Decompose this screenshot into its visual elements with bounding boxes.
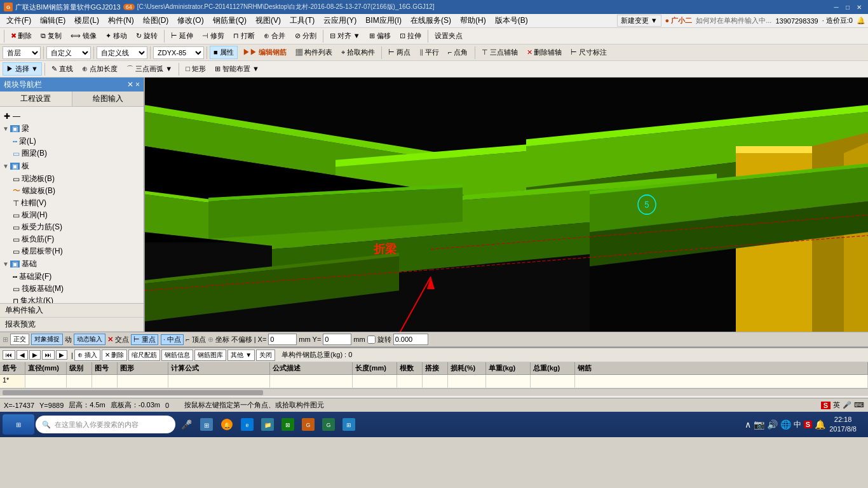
menu-floor[interactable]: 楼层(L): [71, 14, 103, 27]
taskbar-app6[interactable]: G: [299, 414, 318, 435]
viewport[interactable]: 5 X Y: [145, 78, 868, 332]
menu-rebar-qty[interactable]: 钢筋量(Q): [209, 14, 250, 27]
three-arc-btn[interactable]: ⌒ 三点画弧 ▼: [123, 62, 176, 76]
nav-first-btn[interactable]: ⏮: [3, 350, 15, 360]
floor-select[interactable]: 首层: [3, 46, 41, 59]
menu-cloud[interactable]: 云应用(Y): [320, 14, 360, 27]
split-btn[interactable]: ⊘ 分割: [291, 29, 320, 43]
select-btn[interactable]: ▶ 选择 ▼: [3, 62, 42, 76]
dim-label-btn[interactable]: ⊢ 尺寸标注: [567, 46, 611, 59]
pick-component-btn[interactable]: ⌖ 拾取构件: [337, 46, 379, 59]
sidebar-item-col-cap[interactable]: ⊤ 柱帽(V): [0, 197, 144, 209]
menu-help[interactable]: 帮助(H): [456, 14, 490, 27]
taskbar-app4[interactable]: 📁: [258, 414, 277, 435]
midpoint-btn[interactable]: · 中点: [161, 334, 184, 345]
smart-layout-btn[interactable]: ⊞ 智能布置 ▼: [211, 62, 263, 76]
others-btn[interactable]: 其他 ▼: [227, 349, 255, 361]
custom-line-select[interactable]: 自定义线: [97, 46, 147, 59]
del-aux-btn[interactable]: ✕ 删除辅轴: [523, 46, 566, 59]
trim-btn[interactable]: ⊣ 修剪: [198, 29, 228, 43]
move-btn[interactable]: ✦ 移动: [102, 29, 131, 43]
sidebar-section-beam[interactable]: ▼ ▣ 梁: [0, 122, 144, 135]
sidebar-item-raft[interactable]: ▭ 筏板基础(M): [0, 283, 144, 295]
nav-last-btn[interactable]: ⏭: [42, 350, 55, 360]
sidebar-item-spiral-slab[interactable]: 〜 螺旋板(B): [0, 185, 144, 197]
x-input[interactable]: [268, 334, 297, 345]
search-bar[interactable]: 🔍 在这里输入你要搜索的内容: [36, 416, 175, 433]
single-component-input[interactable]: 单构件输入: [0, 304, 144, 318]
sidebar-item-sump[interactable]: ⊓ 集水坑(K): [0, 295, 144, 303]
menu-component[interactable]: 构件(N): [104, 14, 138, 27]
menu-view[interactable]: 视图(V): [252, 14, 285, 27]
zdyx-select[interactable]: ZDYX-85: [153, 46, 204, 59]
edit-rebar-btn[interactable]: ▶▶ 编辑钢筋: [239, 46, 290, 59]
menu-bim[interactable]: BIM应用(I): [362, 14, 405, 27]
props-btn[interactable]: ■ 属性: [210, 46, 238, 59]
stretch-btn[interactable]: ⊡ 拉伸: [396, 29, 425, 43]
sidebar-item-slab-hole[interactable]: ▭ 板洞(H): [0, 209, 144, 221]
taskbar-app7[interactable]: G: [319, 414, 338, 435]
h-scrollbar[interactable]: [0, 388, 868, 396]
offset-btn[interactable]: ⊞ 偏移: [365, 29, 395, 43]
menu-tools[interactable]: 工具(T): [286, 14, 318, 27]
nav-prev-btn[interactable]: ◀: [17, 350, 28, 360]
menu-file[interactable]: 文件(F): [3, 14, 35, 27]
component-list-btn[interactable]: ▦ 构件列表: [292, 46, 336, 59]
tray-up-arrow[interactable]: ∧: [745, 419, 751, 430]
delete-btn[interactable]: ✖ 删除: [7, 29, 36, 43]
lang-cn[interactable]: 中: [794, 419, 801, 430]
sidebar-item-slab-neg-rebar[interactable]: ▭ 板负筋(F): [0, 233, 144, 245]
close-button[interactable]: ✕: [854, 3, 864, 11]
sidebar-item-floor-band[interactable]: ▭ 楼层板带(H): [0, 245, 144, 257]
menu-edit[interactable]: 编辑(E): [36, 14, 69, 27]
sidebar-item-ring-beam[interactable]: ▭ 圈梁(B): [0, 147, 144, 159]
sidebar-close[interactable]: ✕ ×: [127, 80, 140, 89]
sidebar-item-found-beam[interactable]: ╍ 基础梁(F): [0, 271, 144, 283]
parallel-btn[interactable]: ∥ 平行: [416, 46, 443, 59]
menu-modify[interactable]: 修改(O): [173, 14, 207, 27]
align-btn[interactable]: ⊟ 对齐 ▼: [326, 29, 364, 43]
break-btn[interactable]: ⊓ 打断: [229, 29, 259, 43]
tray-icon1[interactable]: 📷: [754, 419, 764, 430]
menu-version[interactable]: 版本号(B): [491, 14, 532, 27]
ortho-btn[interactable]: 正交: [10, 334, 29, 345]
rebar-info-btn[interactable]: 钢筋信息: [161, 349, 193, 361]
tray-icon2[interactable]: 🔊: [767, 419, 778, 430]
copy-btn[interactable]: ⧉ 复制: [37, 29, 65, 43]
sidebar-item-beam-l[interactable]: ╍ 梁(L): [0, 135, 144, 147]
minimize-button[interactable]: ─: [831, 3, 841, 11]
sidebar-section-slab[interactable]: ▼ ▣ 板: [0, 159, 144, 173]
bell-icon[interactable]: 🔔: [857, 17, 865, 25]
notif-icon[interactable]: 🔔: [815, 419, 825, 430]
new-change-btn[interactable]: 新建变更 ▼: [617, 15, 661, 27]
obj-snap-btn[interactable]: 对象捕捉: [31, 334, 63, 345]
nav-next-btn[interactable]: ▶: [29, 350, 41, 360]
start-button[interactable]: ⊞: [3, 414, 34, 435]
minus-icon[interactable]: —: [13, 112, 20, 121]
clock[interactable]: 22:18 2017/8/8: [829, 415, 857, 435]
rect-btn[interactable]: □ 矩形: [182, 62, 210, 76]
rebar-lib-btn[interactable]: 钢筋图库: [194, 349, 226, 361]
sidebar-item-cast-slab[interactable]: ▭ 现浇板(B): [0, 173, 144, 185]
taskbar-app8[interactable]: ⊞: [339, 414, 358, 435]
set-grip-btn[interactable]: 设置夹点: [431, 29, 466, 43]
add-icon[interactable]: ✚: [4, 112, 10, 121]
mirror-btn[interactable]: ⟺ 镜像: [67, 29, 100, 43]
custom-def-select[interactable]: 自定义: [46, 46, 91, 59]
midline-btn[interactable]: ⊢ 重点: [131, 334, 158, 345]
menu-draw[interactable]: 绘图(D): [139, 14, 173, 27]
report-preview[interactable]: 报表预览: [0, 318, 144, 332]
rotate-input[interactable]: [393, 334, 428, 345]
extend-btn[interactable]: ⊢ 延伸: [167, 29, 197, 43]
antivirus-icon[interactable]: S: [804, 421, 812, 428]
two-pts-btn[interactable]: ⊢ 两点: [384, 46, 414, 59]
taskbar-app5[interactable]: ⊠: [278, 414, 297, 435]
taskbar-mic-btn[interactable]: 🎤: [177, 414, 196, 435]
nav-add-btn[interactable]: ▶: [56, 350, 67, 360]
taskbar-app1[interactable]: ⊞: [197, 414, 216, 435]
line-btn[interactable]: ✎ 直线: [48, 62, 77, 76]
three-pts-aux-btn[interactable]: ⊤ 三点辅轴: [478, 46, 522, 59]
scroll-thumb[interactable]: [3, 390, 263, 395]
menu-online[interactable]: 在线服务(S): [407, 14, 455, 27]
y-input[interactable]: [323, 334, 351, 345]
